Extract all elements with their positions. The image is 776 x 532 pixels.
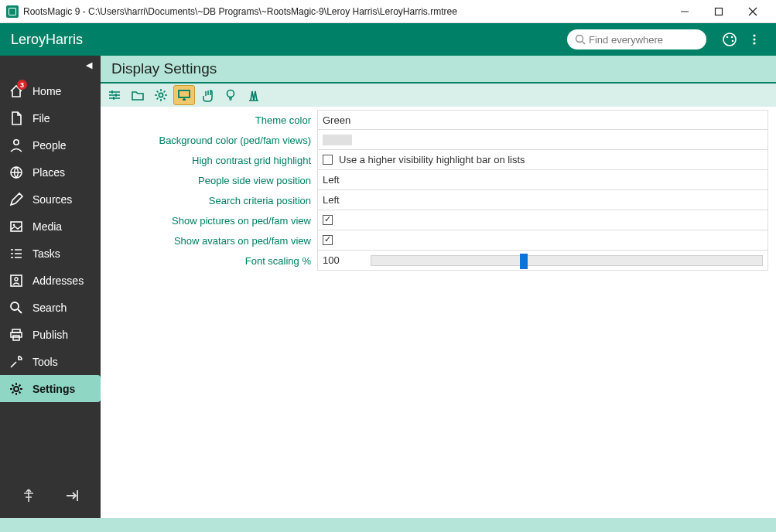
svg-line-5 (583, 42, 586, 45)
settings-tab-hints[interactable] (220, 85, 241, 105)
gear-icon (154, 88, 168, 102)
settings-tabstrip (101, 84, 776, 107)
image-icon (8, 218, 25, 235)
high-contrast-checkbox[interactable]: Use a higher visibility highlight bar on… (317, 150, 768, 170)
home-badge: 3 (17, 80, 27, 90)
main-panel: Display Settings Theme color Green Backg… (101, 56, 776, 518)
sidebar-item-label: People (32, 139, 67, 152)
address-icon (8, 272, 25, 289)
settings-form: Theme color Green Background color (ped/… (101, 107, 776, 271)
close-button[interactable] (736, 0, 770, 23)
palette-icon (722, 32, 737, 47)
minimize-button[interactable] (668, 0, 702, 23)
import-icon[interactable] (64, 487, 81, 504)
settings-tab-privacy[interactable] (197, 85, 218, 105)
sidebar-item-home[interactable]: 3 Home (0, 77, 101, 104)
theme-color-label: Theme color (101, 114, 317, 126)
tree-link-icon[interactable] (20, 487, 37, 504)
sidebar-item-media[interactable]: Media (0, 213, 101, 240)
globe-icon (8, 164, 25, 181)
sidebar-item-label: Settings (32, 383, 75, 395)
sidebar-item-label: Places (32, 166, 65, 179)
sidebar-item-addresses[interactable]: Addresses (0, 267, 101, 294)
svg-point-11 (753, 38, 755, 40)
svg-point-19 (11, 302, 19, 310)
sidebar-item-tasks[interactable]: Tasks (0, 240, 101, 267)
window-title: RootsMagic 9 - C:\Users\harri\Documents\… (23, 6, 457, 17)
search-icon (575, 34, 586, 45)
temple-icon (247, 88, 261, 102)
close-icon (748, 7, 757, 16)
tasks-icon (8, 245, 25, 262)
sidebar-item-label: Addresses (32, 275, 84, 287)
svg-point-27 (227, 90, 234, 97)
font-scaling-value: 100 (323, 254, 367, 266)
svg-point-24 (14, 387, 19, 391)
sidebar-item-label: Home (32, 85, 61, 97)
bg-color-label: Background color (ped/fam views) (101, 135, 317, 146)
kebab-icon (748, 33, 761, 46)
settings-tab-general[interactable] (104, 85, 125, 105)
status-bar (0, 518, 776, 532)
sidebar-item-file[interactable]: File (0, 104, 101, 131)
sidebar-collapse-button[interactable]: ◄ (84, 59, 94, 71)
print-icon (8, 326, 25, 343)
side-view-pos-select[interactable]: Left (317, 170, 768, 190)
sliders-icon (108, 88, 121, 102)
show-pics-checkbox[interactable] (317, 210, 768, 230)
sidebar: ◄ 3 Home File People Places Sources (0, 56, 101, 518)
font-scaling-control[interactable]: 100 (317, 251, 768, 271)
svg-point-9 (732, 40, 734, 43)
font-scaling-slider[interactable] (371, 255, 763, 266)
checkbox-label: Use a higher visibility highlight bar on… (339, 154, 525, 165)
svg-line-20 (18, 309, 22, 313)
sidebar-item-places[interactable]: Places (0, 159, 101, 186)
show-avatars-label: Show avatars on ped/fam view (101, 235, 317, 247)
minimize-icon (680, 7, 689, 16)
sidebar-item-sources[interactable]: Sources (0, 186, 101, 213)
gear-icon (8, 380, 25, 397)
database-name: LeroyHarris (11, 32, 83, 48)
theme-color-select[interactable]: Green (317, 110, 768, 130)
svg-point-13 (14, 139, 19, 144)
sidebar-item-label: Publish (32, 329, 68, 341)
sidebar-item-people[interactable]: People (0, 131, 101, 159)
svg-point-16 (13, 223, 15, 226)
search-pos-label: Search criteria position (101, 195, 317, 206)
svg-rect-26 (179, 90, 190, 97)
checkbox-icon (323, 215, 333, 225)
settings-tab-folder[interactable] (127, 85, 149, 105)
svg-point-8 (731, 36, 733, 39)
app-icon (6, 5, 19, 18)
slider-thumb[interactable] (520, 254, 528, 269)
sidebar-item-settings[interactable]: Settings (0, 375, 101, 402)
svg-rect-22 (11, 332, 22, 337)
sidebar-item-label: File (32, 112, 50, 124)
svg-point-7 (726, 36, 729, 39)
monitor-icon (177, 88, 191, 102)
svg-point-12 (753, 42, 755, 44)
svg-point-4 (576, 36, 583, 43)
menu-button[interactable] (744, 29, 765, 50)
file-icon (8, 110, 25, 127)
bg-color-picker[interactable] (317, 130, 768, 150)
page-title: Display Settings (101, 56, 776, 84)
settings-tab-program[interactable] (150, 85, 172, 105)
maximize-button[interactable] (702, 0, 736, 23)
sidebar-item-label: Sources (32, 193, 72, 206)
bulb-icon (224, 88, 238, 102)
sidebar-item-search[interactable]: Search (0, 294, 101, 321)
side-view-pos-label: People side view position (101, 175, 317, 186)
search-pos-select[interactable]: Left (317, 190, 768, 210)
color-swatch (323, 135, 352, 145)
svg-point-6 (723, 33, 736, 46)
global-search[interactable]: Find everywhere (567, 29, 706, 49)
sidebar-item-tools[interactable]: Tools (0, 348, 101, 375)
sidebar-item-label: Tasks (32, 247, 60, 260)
settings-tab-temple[interactable] (243, 85, 265, 105)
show-avatars-checkbox[interactable] (317, 230, 768, 251)
settings-tab-display[interactable] (173, 85, 195, 105)
sidebar-item-publish[interactable]: Publish (0, 321, 101, 348)
svg-rect-23 (13, 336, 19, 340)
palette-button[interactable] (719, 29, 740, 50)
